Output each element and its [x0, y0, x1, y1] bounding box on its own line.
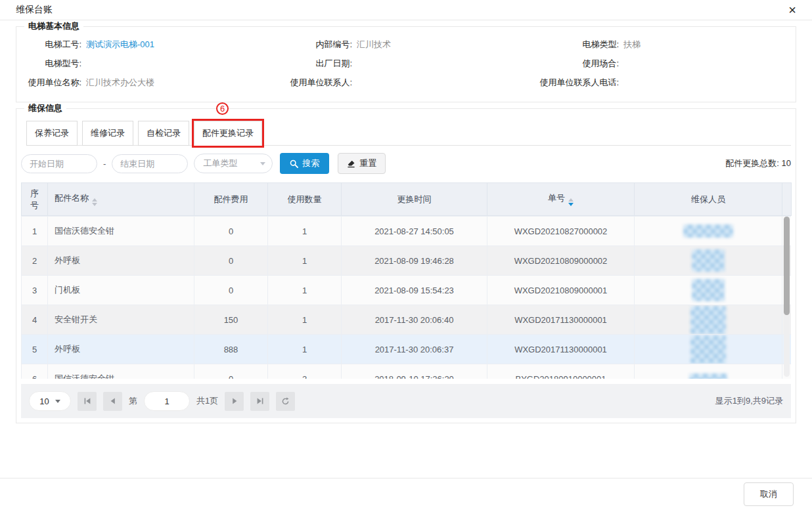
- date-range-separator: -: [103, 159, 106, 169]
- maintenance-info-section: 维保信息 保养记录 维修记录 自检记录 配件更换记录 6 - 工单类型 搜索 重…: [16, 102, 796, 423]
- scrollbar-thumb[interactable]: [784, 217, 790, 315]
- records-summary: 显示1到9,共9记录: [715, 395, 783, 407]
- refresh-icon: [281, 397, 290, 406]
- redacted-staff-name: [683, 224, 733, 238]
- maintenance-legend: 维保信息: [24, 102, 66, 114]
- dialog-titlebar: 维保台账 ×: [0, 0, 812, 20]
- page-number-input[interactable]: [144, 391, 190, 411]
- tab-parts-replacement-records[interactable]: 配件更换记录 6: [194, 121, 262, 146]
- table-scrollbar[interactable]: [784, 217, 790, 377]
- end-date-input[interactable]: [112, 154, 188, 173]
- elevator-basic-info-section: 电梯基本信息 电梯工号:测试演示电梯-001 内部编号:汇川技术 电梯类型:扶梯…: [16, 20, 796, 102]
- field-label: 使用单位联系人:: [279, 77, 352, 89]
- field-label: 使用场合:: [519, 58, 619, 70]
- col-header-part-fee: 配件费用: [194, 183, 268, 216]
- field-value: 汇川技术办公大楼: [86, 77, 154, 89]
- field-label: 电梯工号:: [21, 39, 81, 51]
- col-header-replace-time: 更换时间: [342, 183, 487, 216]
- order-type-select[interactable]: 工单类型: [194, 154, 273, 173]
- next-page-icon: [231, 397, 238, 405]
- reset-button[interactable]: 重置: [338, 153, 386, 174]
- total-label: 配件更换总数:: [725, 158, 779, 168]
- order-type-placeholder: 工单类型: [203, 158, 237, 169]
- parts-table-header: 序号 配件名称 配件费用 使用数量 更换时间 单号 维保人员: [21, 182, 792, 216]
- field-label: 内部编号:: [279, 39, 352, 51]
- sort-icon-active-desc[interactable]: [568, 198, 574, 206]
- last-page-icon: [256, 397, 264, 405]
- page-size-select[interactable]: 10: [29, 391, 71, 411]
- table-row-clipped[interactable]: 6国信沃德安全钳022018-09-10 17:26:20BYGD2018091…: [22, 364, 792, 379]
- refresh-button[interactable]: [276, 392, 295, 411]
- table-row[interactable]: 2外呼板012021-08-09 19:46:28WXGD20210809000…: [22, 246, 792, 276]
- eraser-icon: [347, 159, 355, 168]
- tab-label: 配件更换记录: [202, 128, 254, 138]
- parts-replacement-total: 配件更换总数: 10: [725, 158, 791, 169]
- chevron-down-icon: [260, 162, 265, 165]
- field-label: 电梯类型:: [519, 39, 619, 51]
- col-label: 配件名称: [55, 193, 89, 203]
- filter-bar: - 工单类型 搜索 重置 配件更换总数: 10: [21, 153, 791, 174]
- next-page-button[interactable]: [225, 392, 244, 411]
- col-label: 单号: [548, 193, 565, 203]
- field-label: 使用单位联系人电话:: [519, 77, 619, 89]
- total-pages-label: 共1页: [196, 395, 218, 407]
- table-row[interactable]: 3门机板012021-08-09 15:54:23WXGD20210809000…: [22, 276, 792, 305]
- prev-page-icon: [109, 397, 117, 405]
- search-icon: [290, 159, 298, 168]
- field-label: 电梯型号:: [21, 58, 81, 70]
- tab-selfcheck-records[interactable]: 自检记录: [138, 121, 189, 146]
- parts-table: 序号 配件名称 配件费用 使用数量 更换时间 单号 维保人员 1国信沃德安全钳0…: [21, 182, 791, 379]
- total-value: 10: [782, 158, 791, 168]
- search-button[interactable]: 搜索: [280, 153, 329, 174]
- search-label: 搜索: [302, 158, 319, 169]
- first-page-icon: [83, 397, 91, 405]
- basic-info-legend: 电梯基本信息: [24, 20, 83, 32]
- last-page-button[interactable]: [250, 392, 269, 411]
- page-size-value: 10: [39, 396, 49, 406]
- cancel-button[interactable]: 取消: [744, 482, 794, 506]
- chevron-down-icon: [55, 400, 60, 403]
- table-body-viewport: 1国信沃德安全钳012021-08-27 14:50:05WXGD2021082…: [21, 216, 791, 379]
- dialog-title: 维保台账: [16, 4, 53, 16]
- record-tabs: 保养记录 维修记录 自检记录 配件更换记录 6: [26, 121, 791, 146]
- elevator-id-link[interactable]: 测试演示电梯-001: [86, 39, 154, 51]
- sort-icon[interactable]: [92, 198, 97, 206]
- prev-page-button[interactable]: [103, 392, 122, 411]
- close-icon[interactable]: ×: [788, 3, 796, 16]
- col-header-order-no[interactable]: 单号: [487, 183, 635, 216]
- table-row[interactable]: 4安全钳开关15012017-11-30 20:06:40WXGD2017113…: [22, 305, 792, 335]
- redacted-staff-name: [690, 306, 726, 334]
- table-row-selected[interactable]: 5外呼板88812017-11-30 20:06:37WXGD201711300…: [22, 335, 792, 364]
- first-page-button[interactable]: [78, 392, 97, 411]
- field-value: 汇川技术: [357, 39, 391, 51]
- col-header-staff: 维保人员: [635, 183, 782, 216]
- annotation-circle-6: 6: [216, 102, 229, 115]
- col-header-quantity: 使用数量: [268, 183, 342, 216]
- col-header-part-name[interactable]: 配件名称: [48, 183, 194, 216]
- start-date-input[interactable]: [21, 154, 97, 173]
- field-label: 使用单位名称:: [21, 77, 81, 89]
- page-prefix-label: 第: [129, 395, 137, 407]
- tab-repair-records[interactable]: 维修记录: [82, 121, 133, 146]
- field-value: 扶梯: [623, 39, 641, 51]
- reset-label: 重置: [359, 158, 376, 169]
- redacted-staff-name: [689, 373, 727, 379]
- dialog-footer: 取消: [0, 478, 812, 510]
- field-label: 出厂日期:: [279, 58, 352, 70]
- tab-maintenance-records[interactable]: 保养记录: [26, 121, 78, 146]
- table-row[interactable]: 1国信沃德安全钳012021-08-27 14:50:05WXGD2021082…: [22, 217, 792, 246]
- redacted-staff-name: [692, 249, 725, 272]
- col-header-index: 序号: [22, 183, 48, 216]
- col-header-scrollbar-spacer: [782, 183, 792, 216]
- parts-table-body: 1国信沃德安全钳012021-08-27 14:50:05WXGD2021082…: [21, 216, 791, 379]
- redacted-staff-name: [692, 279, 725, 301]
- pagination-bar: 10 第 共1页 显示1到9,共9记录: [21, 384, 791, 418]
- redacted-staff-name: [690, 335, 726, 364]
- basic-info-grid: 电梯工号:测试演示电梯-001 内部编号:汇川技术 电梯类型:扶梯 电梯型号: …: [21, 32, 791, 89]
